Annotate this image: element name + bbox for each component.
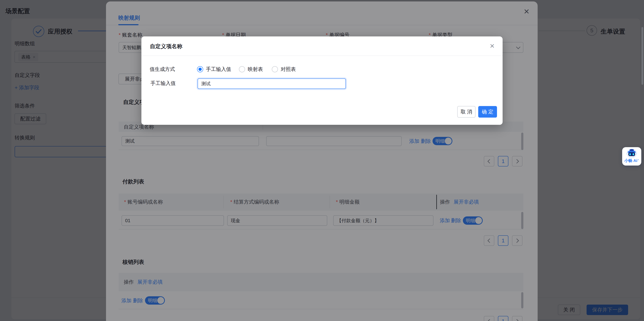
sparkle-icon: ✦ [637,159,639,161]
modal-cancel-button[interactable]: 取 消 [457,106,476,118]
radio-mapping-label[interactable]: 映射表 [248,67,263,72]
modal-title: 自定义项名称 [150,44,182,49]
modal-close-icon[interactable]: ✕ [490,43,495,49]
radio-comparison-label[interactable]: 对照表 [281,67,296,72]
screen: 场景配置 应用授权 5 生单设置 明细数组 表格 × 自定义字段 + 添加字段 … [0,0,644,321]
manual-value-input[interactable]: 测试 [198,78,346,89]
radio-manual-label[interactable]: 手工输入值 [206,67,231,72]
modal-cancel-label: 取 消 [461,108,472,115]
modal-ok-button[interactable]: 确 定 [478,106,497,118]
manual-value-label: 手工输入值 [150,81,176,86]
radio-mapping-table[interactable] [239,66,245,72]
ai-assistant-widget[interactable]: 小畅 Ai ✦ [622,147,641,165]
radio-manual-input[interactable] [197,66,203,72]
modal-header-divider [142,56,502,56]
robot-icon [626,148,638,158]
generation-mode-label: 值生成方式 [150,67,175,72]
manual-value-text: 测试 [201,81,210,87]
ai-widget-label: 小畅 Ai [624,159,637,163]
modal-ok-label: 确 定 [482,108,494,115]
radio-comparison-table[interactable] [272,66,278,72]
custom-item-modal: 自定义项名称 ✕ 值生成方式 手工输入值 映射表 对照表 手工输入值 测试 取 … [142,36,502,125]
page-scrollbar[interactable] [642,27,643,85]
